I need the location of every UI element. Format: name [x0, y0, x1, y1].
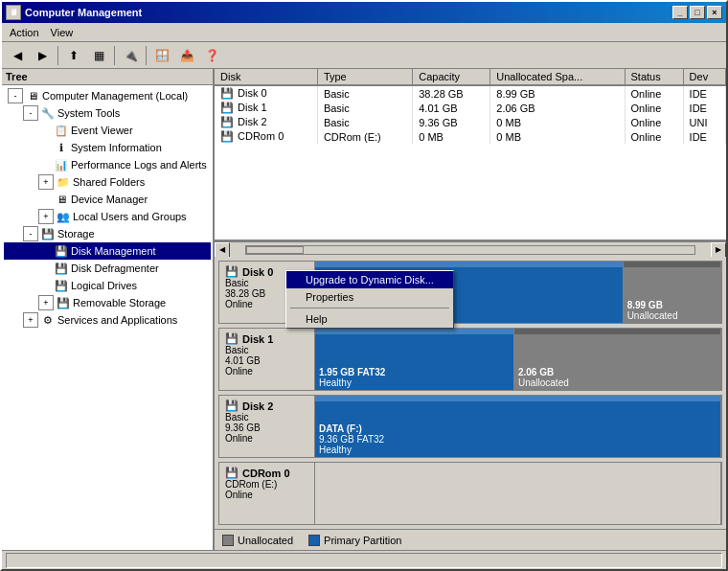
back-button[interactable]: ◀: [6, 45, 29, 66]
tree-item-computer-management[interactable]: - 🖥 Computer Management (Local): [4, 87, 211, 104]
partition-primary[interactable]: 1.95 GB FAT32Healthy: [315, 329, 514, 390]
tree-item-event-viewer[interactable]: 📋 Event Viewer: [4, 122, 211, 139]
maximize-button[interactable]: □: [690, 6, 705, 19]
table-cell: CDRom (E:): [317, 129, 412, 144]
table-row[interactable]: 💾Disk 1Basic4.01 GB2.06 GBOnlineIDE: [215, 101, 726, 115]
table-cell: 0 MB: [490, 115, 625, 129]
tree-label: Disk Defragmenter: [71, 263, 159, 274]
context-menu-item-0[interactable]: Upgrade to Dynamic Disk...: [286, 271, 453, 288]
minimize-button[interactable]: _: [672, 6, 688, 19]
context-menu-item-2[interactable]: Help: [286, 310, 453, 328]
col-status[interactable]: Status: [625, 69, 683, 85]
table-row[interactable]: 💾Disk 2Basic9.36 GB0 MBOnlineUNI: [215, 115, 726, 129]
table-cell: 9.36 GB: [413, 115, 490, 129]
tree-item-shared-folders[interactable]: + 📁 Shared Folders: [4, 173, 211, 191]
expander-icon[interactable]: +: [38, 295, 54, 310]
export-button[interactable]: 📤: [175, 45, 198, 66]
expander-icon[interactable]: -: [8, 88, 23, 103]
partition-cdrom[interactable]: [315, 463, 721, 524]
col-unallocated[interactable]: Unallocated Spa...: [490, 69, 625, 85]
partition-primary[interactable]: DATA (F:)9.36 GB FAT32Healthy: [315, 396, 721, 457]
table-cell: IDE: [683, 85, 725, 101]
window-controls: _ □ ×: [672, 6, 722, 19]
disk-status: Online: [225, 490, 308, 500]
tree-item-services[interactable]: + ⚙ Services and Applications: [4, 311, 211, 329]
disk-type: Basic: [225, 345, 308, 355]
disk-drive-icon: 💾: [225, 400, 239, 412]
tree-item-disk-defrag[interactable]: 💾 Disk Defragmenter: [4, 260, 211, 277]
disk-label-disk2: 💾 Disk 2 Basic 9.36 GB Online: [219, 396, 315, 457]
table-cell: 0 MB: [413, 129, 490, 144]
table-cell: 0 MB: [490, 129, 625, 144]
table-row[interactable]: 💾CDRom 0CDRom (E:)0 MB0 MBOnlineIDE: [215, 129, 726, 144]
menu-action[interactable]: Action: [4, 25, 45, 40]
horizontal-scrollbar[interactable]: ◀ ▶: [215, 241, 726, 257]
forward-button[interactable]: ▶: [31, 45, 54, 66]
info-icon: ℹ: [54, 140, 69, 155]
toolbar-separator-2: [114, 46, 115, 65]
disk-row-cdrom0[interactable]: 💾 CDRom 0 CDRom (E:) Online: [218, 462, 722, 525]
list-view[interactable]: Disk Type Capacity Unallocated Spa... St…: [215, 69, 726, 241]
tree-item-device-manager[interactable]: 🖥 Device Manager: [4, 191, 211, 208]
expander-icon[interactable]: +: [23, 312, 38, 328]
legend-unallocated: Unallocated: [222, 535, 293, 546]
tree-label: Storage: [57, 228, 95, 240]
table-row[interactable]: 💾Disk 0Basic38.28 GB8.99 GBOnlineIDE: [215, 85, 726, 101]
up-button[interactable]: ⬆: [62, 45, 85, 66]
table-cell: 38.28 GB: [413, 85, 490, 101]
tree-item-system-info[interactable]: ℹ System Information: [4, 139, 211, 156]
expander-icon[interactable]: -: [23, 105, 38, 121]
event-icon: 📋: [54, 123, 69, 138]
tree-label: Performance Logs and Alerts: [71, 159, 207, 171]
connect-button[interactable]: 🔌: [119, 45, 142, 66]
expander-icon[interactable]: +: [38, 209, 54, 224]
tree-item-storage[interactable]: - 💾 Storage: [4, 225, 211, 242]
tree-item-disk-management[interactable]: 💾 Disk Management: [4, 242, 211, 260]
scroll-track[interactable]: [245, 245, 695, 255]
col-capacity[interactable]: Capacity: [413, 69, 490, 85]
disk-table: Disk Type Capacity Unallocated Spa... St…: [215, 69, 726, 144]
view1-button[interactable]: ▦: [87, 45, 110, 66]
table-cell: 8.99 GB: [490, 85, 625, 101]
disk-row-disk2[interactable]: 💾 Disk 2 Basic 9.36 GB Online DATA (F:)9…: [218, 395, 722, 458]
tree-item-perf-logs[interactable]: 📊 Performance Logs and Alerts: [4, 156, 211, 173]
table-cell: 💾Disk 1: [215, 101, 317, 115]
toolbar: ◀ ▶ ⬆ ▦ 🔌 🪟 📤 ❓: [2, 42, 726, 69]
close-button[interactable]: ×: [707, 6, 722, 19]
tree-area[interactable]: - 🖥 Computer Management (Local) - 🔧 Syst…: [2, 85, 213, 550]
disk-row-disk1[interactable]: 💾 Disk 1 Basic 4.01 GB Online 1.95 GB FA…: [218, 328, 722, 391]
disk-name: 💾 CDRom 0: [225, 467, 308, 479]
expander-icon[interactable]: -: [23, 226, 38, 241]
col-dev[interactable]: Dev: [683, 69, 725, 85]
scroll-right-button[interactable]: ▶: [711, 242, 726, 258]
tree-item-local-users[interactable]: + 👥 Local Users and Groups: [4, 208, 211, 225]
context-menu-item-1[interactable]: Properties: [286, 288, 453, 306]
disk-status: Online: [225, 433, 308, 444]
partition-unallocated[interactable]: 8.99 GBUnallocated: [624, 262, 721, 323]
legend-label-unallocated: Unallocated: [238, 535, 293, 546]
computer-icon: 🖥: [25, 88, 40, 103]
partition-label: 2.06 GB: [518, 367, 717, 377]
legend-bar: Unallocated Primary Partition: [215, 529, 726, 550]
tree-item-logical-drives[interactable]: 💾 Logical Drives: [4, 277, 211, 294]
col-type[interactable]: Type: [317, 69, 412, 85]
context-menu: Upgrade to Dynamic Disk...PropertiesHelp: [285, 270, 454, 329]
menu-view[interactable]: View: [45, 25, 80, 40]
window-title: Computer Management: [25, 7, 672, 18]
help-button[interactable]: ❓: [200, 45, 223, 66]
scroll-left-button[interactable]: ◀: [215, 242, 230, 258]
new-window-button[interactable]: 🪟: [150, 45, 173, 66]
tree-header: Tree: [2, 69, 213, 85]
tree-item-system-tools[interactable]: - 🔧 System Tools: [4, 104, 211, 122]
expander-icon[interactable]: +: [38, 174, 54, 190]
users-icon: 👥: [56, 209, 71, 224]
tree-item-removable[interactable]: + 💾 Removable Storage: [4, 294, 211, 311]
partition-label: 1.95 GB FAT32: [319, 367, 510, 377]
partition-label: 8.99 GB: [627, 300, 717, 310]
scroll-thumb[interactable]: [246, 246, 304, 254]
partition-unallocated[interactable]: 2.06 GBUnallocated: [514, 329, 721, 390]
table-cell: Online: [625, 129, 683, 144]
table-cell: UNI: [683, 115, 725, 129]
tree-label: Services and Applications: [57, 314, 177, 326]
col-disk[interactable]: Disk: [215, 69, 317, 85]
